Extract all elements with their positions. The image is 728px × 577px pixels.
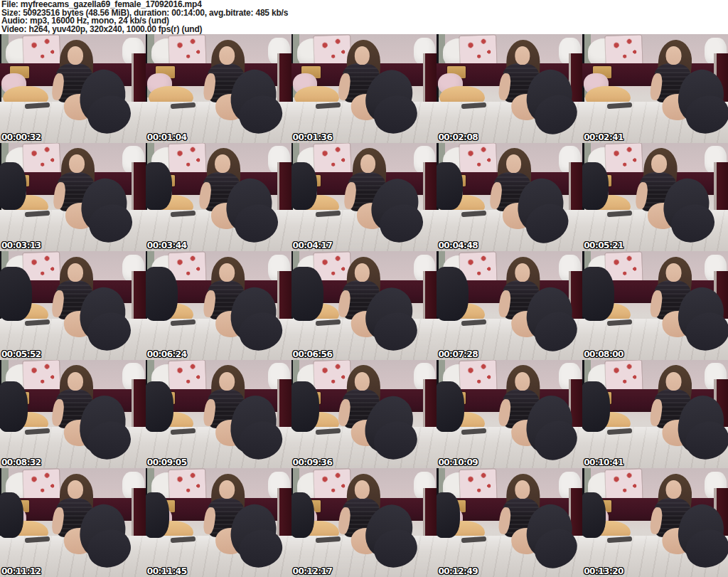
scene-person: [151, 34, 291, 143]
thumbnail-image: [291, 468, 437, 577]
thumbnail-timestamp: 00:02:08: [438, 132, 478, 142]
thumbnail-timestamp: 00:06:56: [293, 349, 333, 359]
thumbnail-timestamp: 00:11:45: [147, 566, 187, 576]
scene-person-face: [69, 154, 85, 173]
video-thumbnail: 00:08:32: [0, 360, 146, 469]
header-line-video: Video: h264, yuv420p, 320x240, 1000.00 f…: [1, 26, 728, 34]
thumbnail-timestamp: 00:04:17: [293, 240, 333, 250]
thumbnail-image: [582, 143, 728, 252]
thumbnail-image: [291, 143, 437, 252]
video-thumbnail: 00:01:04: [146, 34, 291, 143]
scene-person: [599, 251, 728, 360]
scene-person-face: [666, 263, 682, 282]
scene-person: [0, 468, 146, 577]
video-thumbnail: 00:06:24: [146, 251, 291, 360]
thumbnail-image: [437, 143, 582, 252]
scene-person: [151, 251, 291, 360]
scene-person: [0, 360, 146, 469]
thumbnail-timestamp: 00:12:17: [293, 566, 333, 576]
scene-person-face: [68, 480, 83, 499]
thumbnail-timestamp: 00:01:04: [147, 132, 187, 142]
video-thumbnail: 00:08:00: [582, 251, 728, 360]
scene-person-face: [355, 372, 370, 391]
scene-person-face: [215, 154, 230, 173]
thumbnail-timestamp: 00:01:36: [293, 132, 333, 142]
video-thumbnail: 00:03:44: [146, 143, 291, 252]
video-thumbnail: 00:04:17: [291, 143, 437, 252]
thumbnail-timestamp: 00:03:13: [1, 240, 41, 250]
scene-person: [1, 143, 146, 252]
scene-person: [584, 143, 728, 252]
scene-person-face: [515, 480, 530, 499]
video-thumbnail: 00:12:17: [291, 468, 437, 577]
thumbnail-image: [0, 143, 146, 252]
thumbnail-image: [437, 468, 582, 577]
scene-person: [293, 143, 437, 252]
scene-person-face: [506, 154, 522, 173]
thumbnail-image: [291, 251, 437, 360]
scene-person-face: [355, 263, 370, 282]
video-thumbnail: 00:05:21: [582, 143, 728, 252]
video-thumbnail: 00:06:56: [291, 251, 437, 360]
scene-person-face: [651, 154, 667, 173]
thumbnail-image: [0, 251, 146, 360]
thumbnail-timestamp: 00:12:49: [438, 566, 478, 576]
scene-person-face: [515, 46, 530, 65]
thumbnail-timestamp: 00:09:36: [293, 457, 333, 467]
thumbnail-image: [146, 143, 291, 252]
thumbnail-image: [437, 251, 582, 360]
thumbnail-image: [146, 468, 291, 577]
thumbnail-image: [0, 468, 146, 577]
thumbnail-timestamp: 00:02:41: [584, 132, 623, 142]
scene-person: [599, 468, 728, 577]
thumbnail-timestamp: 00:05:52: [1, 349, 41, 359]
scene-person: [599, 34, 728, 143]
scene-person-face: [219, 46, 235, 65]
thumbnail-image: [582, 251, 728, 360]
scene-person: [0, 251, 146, 360]
scene-person: [291, 251, 433, 360]
video-thumbnail: 00:11:12: [0, 468, 146, 577]
scene-person: [151, 360, 291, 469]
thumbnail-image: [0, 34, 146, 143]
scene-person-face: [219, 263, 235, 282]
thumbnail-timestamp: 00:08:32: [1, 457, 41, 467]
thumbnail-image: [582, 34, 728, 143]
scene-person-face: [360, 154, 376, 173]
scene-person: [599, 360, 728, 469]
thumbnail-timestamp: 00:00:32: [1, 132, 41, 142]
scene-person-face: [515, 263, 530, 282]
scene-person-face: [68, 263, 83, 282]
thumbnail-timestamp: 00:10:09: [438, 457, 478, 467]
thumbnail-image: [0, 360, 146, 469]
thumbnail-timestamp: 00:11:12: [1, 566, 41, 576]
thumbnail-image: [146, 251, 291, 360]
scene-person-face: [515, 372, 530, 391]
thumbnail-image: [291, 360, 437, 469]
thumbnail-image: [437, 360, 582, 469]
thumbnail-image: [291, 34, 437, 143]
video-thumbnail: 00:07:28: [437, 251, 582, 360]
video-thumbnail: 00:10:41: [582, 360, 728, 469]
scene-person-face: [666, 372, 682, 391]
contact-sheet: File: myfreecams_gazella69_female_170920…: [0, 0, 728, 577]
thumbnail-image: [437, 34, 582, 143]
video-thumbnail: 00:02:08: [437, 34, 582, 143]
thumbnail-timestamp: 00:07:28: [438, 349, 478, 359]
scene-person-face: [68, 372, 83, 391]
thumbnail-timestamp: 00:05:21: [584, 240, 623, 250]
scene-person-face: [219, 372, 235, 391]
video-thumbnail: 00:05:52: [0, 251, 146, 360]
scene-person-face: [666, 46, 682, 65]
video-thumbnail: 00:02:41: [582, 34, 728, 143]
video-thumbnail: 00:10:09: [437, 360, 582, 469]
scene-person: [291, 360, 433, 469]
scene-person: [447, 468, 582, 577]
video-thumbnail: 00:01:36: [291, 34, 437, 143]
video-thumbnail: 00:03:13: [0, 143, 146, 252]
thumbnail-timestamp: 00:04:48: [438, 240, 478, 250]
scene-person-face: [219, 480, 235, 499]
thumbnail-timestamp: 00:08:00: [584, 349, 623, 359]
thumbnail-image: [582, 360, 728, 469]
scene-person: [147, 143, 291, 252]
